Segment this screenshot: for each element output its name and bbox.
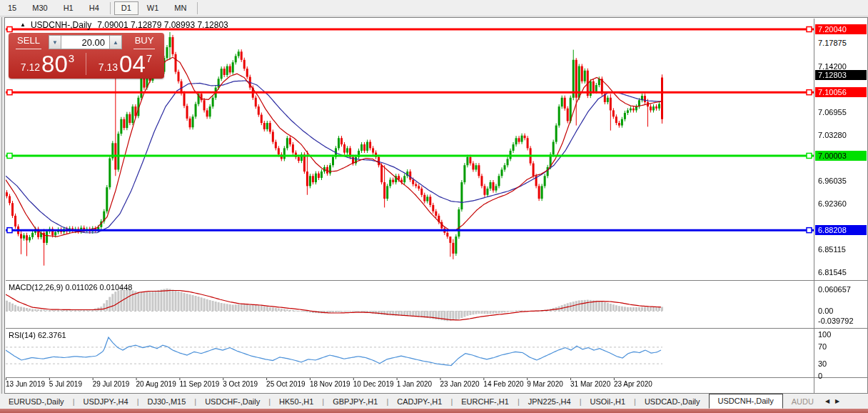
- symbol-tab-overflow[interactable]: AUDU: [783, 396, 822, 407]
- volume-increase-button[interactable]: ▲: [109, 35, 122, 49]
- volume-spinner: ▼ ▲: [49, 35, 124, 49]
- date-axis-label: 18 Nov 2019: [310, 380, 350, 388]
- symbol-tab-eurchf-h1[interactable]: EURCHF-,H1: [453, 396, 518, 407]
- macd-pane-separator[interactable]: [6, 280, 868, 281]
- chart-symbol-period: USDCNH-,Daily: [31, 20, 91, 30]
- timeframe-button-h4[interactable]: H4: [82, 1, 106, 15]
- price-axis-tag: 7.00003: [815, 151, 867, 161]
- timeframe-button-m30[interactable]: M30: [25, 1, 54, 15]
- volume-input[interactable]: [61, 35, 109, 49]
- price-axis-label: 6.92360: [818, 199, 867, 208]
- toolbar-separator: [110, 2, 111, 14]
- one-click-trading-panel: SELL ▼ ▲ BUY 7.12 80 3 7.13 04 7: [9, 33, 164, 79]
- date-axis-label: 23 Jan 2020: [440, 380, 480, 388]
- date-axis-label: 25 Oct 2019: [266, 380, 305, 388]
- date-axis-label: 3 Oct 2019: [223, 380, 258, 388]
- collapse-triangle-icon[interactable]: ▲: [20, 21, 26, 28]
- timeframe-button-d1[interactable]: D1: [114, 1, 138, 15]
- mt4-window: 15M30H1H4D1W1MN ▲ USDCNH-,Daily 7.09001 …: [0, 0, 868, 413]
- price-axis-label: 6.85115: [818, 245, 867, 254]
- macd-axis-label: 0.00: [818, 307, 867, 315]
- price-axis-label: 7.03280: [818, 131, 867, 139]
- bottom-strip: [0, 409, 868, 413]
- tabs-scroll-left-icon[interactable]: ◀: [822, 398, 832, 404]
- date-axis-label: 13 Jun 2019: [6, 380, 45, 388]
- timeframe-button-mn[interactable]: MN: [167, 1, 193, 15]
- symbol-tab-usoil-h1[interactable]: USOil-,H1: [582, 396, 635, 407]
- rsi-pane-separator[interactable]: [6, 328, 868, 329]
- rsi-indicator-label: RSI(14) 62.3761: [9, 331, 66, 339]
- price-axis-tag: 7.20040: [815, 24, 867, 34]
- date-axis-label: 5 Jul 2019: [49, 380, 82, 388]
- date-axis-label: 11 Sep 2019: [179, 380, 219, 388]
- symbol-tab-bar: EURUSD-,Daily|USDJPY-,H4|DJ30-,M15|USDCH…: [0, 394, 868, 409]
- date-axis-label: 14 Feb 2020: [483, 380, 523, 388]
- sell-price-display[interactable]: 7.12 80 3: [10, 51, 85, 77]
- symbol-tab-hk50-h1[interactable]: HK50-,H1: [271, 396, 322, 407]
- date-axis-label: 10 Dec 2019: [353, 380, 394, 388]
- symbol-tab-cadjpy-h1[interactable]: CADJPY-,H1: [388, 396, 450, 407]
- symbol-tab-usdcad-daily[interactable]: USDCAD-,Daily: [636, 396, 709, 407]
- timeframe-toolbar: 15M30H1H4D1W1MN: [0, 0, 868, 16]
- date-axis-label: 31 Mar 2020: [570, 380, 610, 388]
- price-axis-tag: 7.10056: [815, 87, 867, 97]
- rsi-axis-label: 0: [818, 372, 867, 380]
- macd-indicator-label: MACD(12,26,9) 0.011026 0.010448: [9, 283, 132, 292]
- date-axis-label: 1 Jan 2020: [397, 380, 433, 388]
- buy-price-display[interactable]: 7.13 04 7: [88, 51, 163, 77]
- toolbar-separator: [197, 2, 198, 14]
- date-axis-separator: [6, 377, 868, 378]
- date-axis-label: 29 Jul 2019: [93, 380, 130, 388]
- symbol-tab-dj30-m15[interactable]: DJ30-,M15: [139, 396, 195, 407]
- price-axis-label: 7.06955: [818, 108, 867, 116]
- sell-price-sup: 3: [69, 52, 74, 64]
- chart-ohlc-values: 7.09001 7.12879 7.08993 7.12803: [97, 20, 228, 30]
- symbol-tab-gbpjpy-h1[interactable]: GBPJPY-,H1: [324, 396, 386, 407]
- macd-axis-label: 0.060657: [818, 285, 867, 294]
- price-axis-tag: 6.88208: [815, 225, 867, 235]
- sell-price-prefix: 7.12: [21, 61, 40, 73]
- rsi-axis-label: 70: [818, 342, 867, 351]
- price-axis-border: [814, 19, 814, 393]
- price-axis-label: 7.17875: [818, 39, 867, 47]
- sell-price-main: 80: [41, 52, 68, 76]
- timeframe-button-w1[interactable]: W1: [140, 1, 166, 15]
- symbol-tab-usdcnh-daily[interactable]: USDCNH-,Daily: [709, 394, 783, 409]
- rsi-axis-label: 30: [818, 359, 867, 368]
- timeframe-button-h1[interactable]: H1: [56, 1, 81, 15]
- price-divider: [86, 53, 86, 75]
- buy-price-prefix: 7.13: [99, 61, 118, 73]
- rsi-axis-label: 100: [818, 330, 867, 339]
- date-axis-label: 23 Apr 2020: [614, 380, 652, 388]
- buy-price-sup: 7: [146, 52, 152, 64]
- price-axis-label: 7.14200: [818, 62, 867, 71]
- date-axis-label: 9 Mar 2020: [527, 380, 563, 388]
- symbol-tab-usdchf-daily[interactable]: USDCHF-,Daily: [196, 396, 268, 407]
- price-axis-label: 6.81545: [818, 268, 867, 277]
- window-left-frame: [1, 17, 2, 394]
- volume-decrease-button[interactable]: ▼: [49, 35, 61, 49]
- price-axis-tag: 7.12803: [815, 70, 867, 80]
- symbol-tab-eurusd-daily[interactable]: EURUSD-,Daily: [0, 396, 73, 407]
- timeframe-button-15[interactable]: 15: [1, 1, 24, 15]
- tabs-scroll-right-icon[interactable]: ▶: [832, 398, 842, 404]
- macd-axis-label: -0.039792: [818, 317, 867, 325]
- chart-title: ▲ USDCNH-,Daily 7.09001 7.12879 7.08993 …: [20, 20, 228, 29]
- buy-button[interactable]: BUY: [124, 35, 164, 49]
- price-axis-label: 6.96035: [818, 176, 867, 185]
- symbol-tab-jpn225-h4[interactable]: JPN225-,H4: [520, 396, 580, 407]
- date-axis-label: 20 Aug 2019: [136, 380, 176, 388]
- buy-price-main: 04: [119, 52, 146, 76]
- sell-button[interactable]: SELL: [9, 35, 49, 49]
- symbol-tab-usdjpy-h4[interactable]: USDJPY-,H4: [74, 396, 136, 407]
